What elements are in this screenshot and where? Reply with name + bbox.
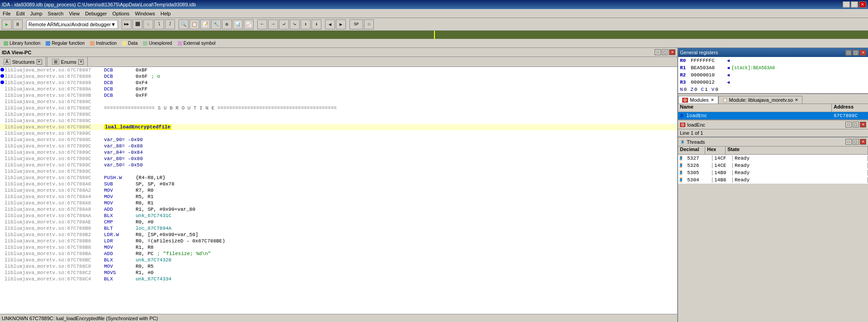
enums-close[interactable]: ✕ [78,59,84,65]
code-line[interactable]: libluajava_moretv.so:67C788C4BLXunk_67C7… [0,276,677,282]
loadenc-restore[interactable]: □ [845,122,852,128]
regs-restore[interactable]: □ [845,50,852,56]
menu-search[interactable]: Search [45,10,66,17]
menu-file[interactable]: File [0,10,14,17]
code-line[interactable]: libluajava_moretv.so:67C788C2MOVSR1, #0 [0,270,677,276]
menu-jump[interactable]: Jump [28,10,45,17]
code-line[interactable]: libluajava_moretv.so:67C788A0SUBSP, SP, … [0,181,677,187]
debugger-dropdown[interactable]: Remote ARMLinux/Android debugger ▼ [26,20,118,29]
maximize-button[interactable]: □ [851,1,858,8]
tb-btn-16[interactable]: ⤷ [290,19,300,29]
pause-button[interactable]: ⏸ [13,19,23,29]
code-line[interactable]: libluajava_moretv.so:67C788C0MOVR0, R5 [0,263,677,270]
code-line[interactable]: libluajava_moretv.so:67C788B8MOVR1, R8 [0,244,677,251]
run-button[interactable]: ▶ [2,19,12,29]
code-line[interactable]: libluajava_moretv.so:67C788A2MOVR7, R0 [0,187,677,194]
code-line[interactable]: libluajava_moretv.so:67C7889CPUSH.W{R4-R… [0,175,677,181]
tb-btn-14[interactable]: → [268,19,278,29]
tb-btn-5[interactable]: ⤴ [165,19,175,29]
code-line[interactable]: libluajava_moretv.so:67C788A8ADDR1, SP, … [0,206,677,213]
tb-btn-19[interactable]: ◀ [325,19,335,29]
tb-btn-22[interactable]: ☐ [364,19,374,29]
minimize-button[interactable]: — [843,1,850,8]
tb-btn-9[interactable]: 🔧 [211,19,221,29]
code-line[interactable]: libluajava_moretv.so:67C7889Cvar_88= -0x… [0,143,677,149]
code-line[interactable]: libluajava_moretv.so:67C7889ADCB0xFF [0,86,677,92]
tb-btn-6[interactable]: 🔍 [179,19,189,29]
menu-debugger[interactable]: Debugger [82,10,109,17]
code-line[interactable]: libluajava_moretv.so:67C788A6MOVR0, R1 [0,200,677,206]
thread-row[interactable]: 🧵 5327 14CF Ready [678,155,868,162]
thread-row[interactable]: 🧵 5326 14CE Ready [678,162,868,169]
code-line[interactable]: libluajava_moretv.so:67C7889Cvar_84= -0x… [0,149,677,156]
tb-btn-8[interactable]: 📝 [200,19,210,29]
tab-modules-close[interactable]: ✕ [711,98,714,102]
threads-maximize[interactable]: ▢ [853,139,859,145]
code-line[interactable]: libluajava_moretv.so:67C7889C [0,168,677,175]
code-line[interactable]: libluajava_moretv.so:67C78899DCB0xF4 [0,80,677,86]
tb-btn-2[interactable]: ⬛ [132,19,142,29]
menu-help[interactable]: Help [158,10,174,17]
code-line[interactable]: libluajava_moretv.so:67C7889C [0,118,677,124]
code-line[interactable]: libluajava_moretv.so:67C788B0BLTloc_67C7… [0,225,677,232]
thread-row[interactable]: 🧵 5305 14B9 Ready [678,169,868,176]
ida-panel: IDA View-PC □ ▢ ✕ A Structures ✕ ⊞ Enums… [0,48,678,322]
tb-btn-15[interactable]: ⤶ [279,19,289,29]
menu-view[interactable]: View [66,10,82,17]
code-line[interactable]: libluajava_moretv.so:67C788B6LDRR0, =(aF… [0,238,677,244]
code-line[interactable]: libluajava_moretv.so:67C7889C===========… [0,105,677,111]
tab-module-detail[interactable]: 📋 Module: libluajava_moretv.so ✕ [718,96,803,104]
module-row-loadenc[interactable]: D loadEnc 67C7889C [678,112,868,119]
tb-btn-3[interactable]: ↻ [143,19,153,29]
code-line[interactable]: libluajava_moretv.so:67C7889Cvar_90= -0x… [0,137,677,143]
code-line[interactable]: libluajava_moretv.so:67C7889BDCB0xFF [0,92,677,99]
threads-restore[interactable]: □ [845,139,852,145]
code-line[interactable]: libluajava_moretv.so:67C7889Cvar_80= -0x… [0,156,677,162]
code-line[interactable]: libluajava_moretv.so:67C78897DCB0xBF [0,67,677,73]
tb-btn-20[interactable]: ▶ [336,19,346,29]
code-line[interactable]: libluajava_moretv.so:67C7889Clual_loadEn… [0,124,677,130]
tb-btn-21[interactable]: SP [349,19,363,29]
code-line[interactable]: libluajava_moretv.so:67C788BAADDR0, PC; … [0,251,677,257]
tb-btn-17[interactable]: ⬆ [301,19,311,29]
tb-btn-4[interactable]: ⤵ [154,19,164,29]
structures-close[interactable]: ✕ [37,59,42,65]
tb-btn-1[interactable]: ▶▶ [122,19,132,29]
close-button[interactable]: ✕ [859,1,866,8]
tb-btn-11[interactable]: 📊 [233,19,243,29]
ida-panel-close[interactable]: ✕ [669,49,675,55]
code-line[interactable]: libluajava_moretv.so:67C7889C [0,99,677,105]
tb-btn-13[interactable]: ← [257,19,267,29]
code-line[interactable]: libluajava_moretv.so:67C788AABLXunk_67C7… [0,213,677,219]
code-line[interactable]: libluajava_moretv.so:67C788BCBLXunk_67C7… [0,257,677,263]
code-line[interactable]: libluajava_moretv.so:67C78898DCB0x6F; o [0,73,677,80]
code-line[interactable]: libluajava_moretv.so:67C7889C [0,111,677,118]
tb-btn-10[interactable]: ⚙ [222,19,232,29]
tb-btn-12[interactable]: 📈 [244,19,254,29]
tab-modules[interactable]: ⚙ Modules ✕ [678,96,718,104]
menu-edit[interactable]: Edit [14,10,28,17]
menu-options[interactable]: Options [109,10,132,17]
code-line[interactable]: libluajava_moretv.so:67C7889Cvar_50= -0x… [0,162,677,168]
ida-panel-restore[interactable]: □ [655,49,661,55]
loadenc-close[interactable]: ✕ [860,122,866,128]
structures-window[interactable]: A Structures ✕ [0,57,46,66]
code-line[interactable]: libluajava_moretv.so:67C7889C [0,130,677,137]
tab-module-detail-close[interactable]: ✕ [795,98,798,102]
legend-dot-data [122,41,127,46]
tb-btn-18[interactable]: ⬇ [311,19,321,29]
regs-maximize[interactable]: ▢ [853,50,859,56]
code-line[interactable]: libluajava_moretv.so:67C788A4MOVR5, R1 [0,194,677,200]
code-line[interactable]: libluajava_moretv.so:67C788AECMPR0, #0 [0,219,677,225]
code-line[interactable]: libluajava_moretv.so:67C788B2LDR.WR8, [S… [0,232,677,238]
regs-close[interactable]: ✕ [860,50,866,56]
code-scroll[interactable]: libluajava_moretv.so:67C78897DCB0xBFlibl… [0,67,677,314]
loadenc-maximize[interactable]: ▢ [853,122,859,128]
thread-row[interactable]: 🧵 5304 14B8 Ready [678,176,868,184]
enums-window[interactable]: ⊞ Enums ✕ [48,57,88,66]
menu-windows[interactable]: Windows [132,10,158,17]
ida-panel-maximize[interactable]: ▢ [662,49,668,55]
tb-btn-7[interactable]: 📋 [189,19,199,29]
code-view[interactable]: libluajava_moretv.so:67C78897DCB0xBFlibl… [0,67,677,314]
threads-close[interactable]: ✕ [860,139,866,145]
